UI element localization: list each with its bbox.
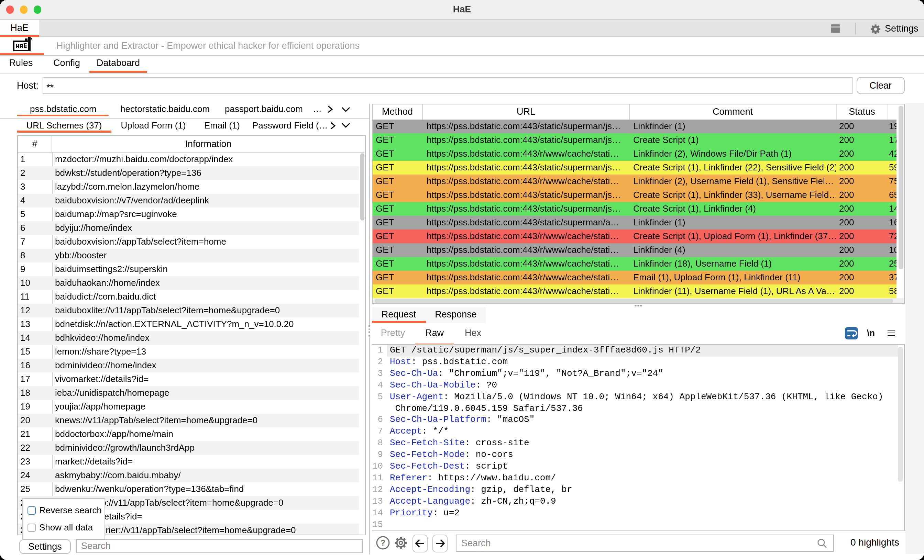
svg-text:?: ? [381, 538, 386, 547]
